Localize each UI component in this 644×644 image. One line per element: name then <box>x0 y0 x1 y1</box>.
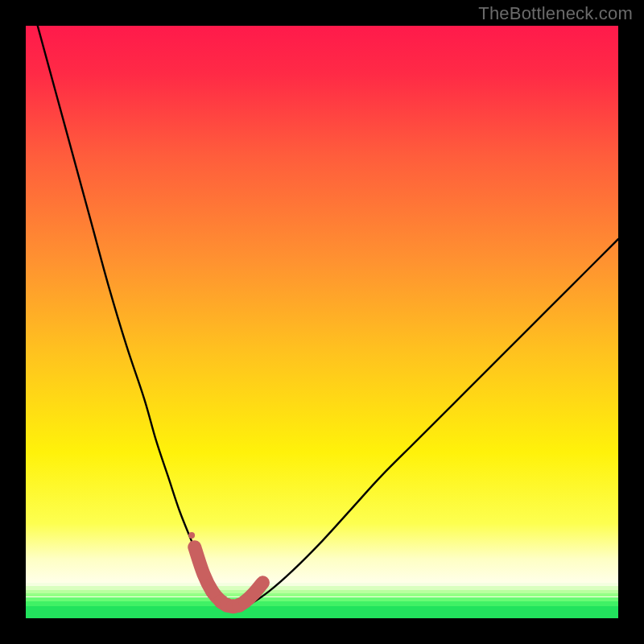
outlier-dot <box>188 532 195 539</box>
bottleneck-curve <box>38 26 618 607</box>
highlight-dot <box>258 578 267 588</box>
highlight-dot <box>197 568 210 580</box>
chart-frame: TheBottleneck.com <box>0 0 644 644</box>
curve-layer <box>26 26 618 618</box>
watermark-text: TheBottleneck.com <box>478 3 633 24</box>
plot-area <box>26 26 618 618</box>
highlight-dot <box>191 543 199 551</box>
highlight-dot <box>247 587 260 600</box>
